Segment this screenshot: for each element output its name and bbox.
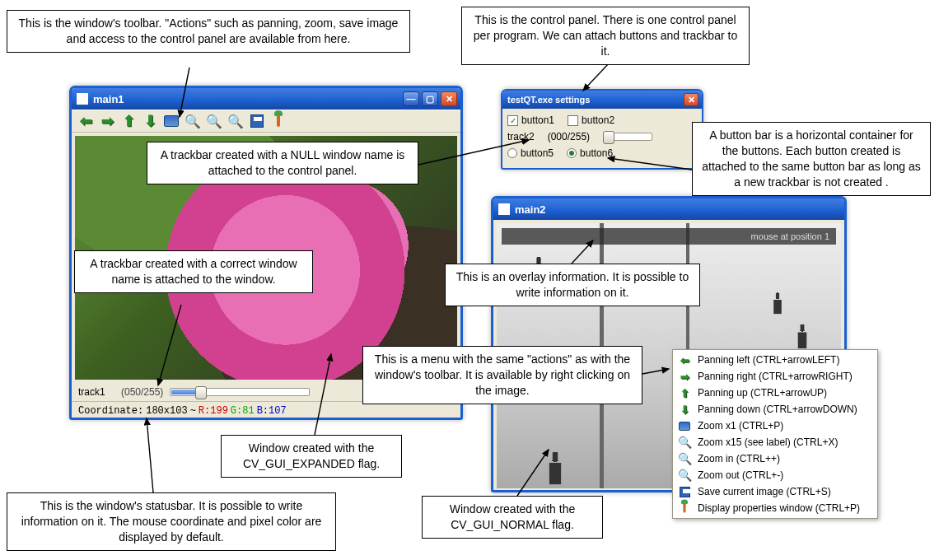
- radio-button6[interactable]: button6: [567, 147, 613, 159]
- titlebar[interactable]: testQT.exe settings ✕: [502, 91, 702, 109]
- app-icon: [77, 93, 88, 105]
- maximize-button[interactable]: ▢: [422, 91, 438, 106]
- callout-expanded: Window created with the CV_GUI_EXPANDED …: [221, 435, 402, 478]
- save-button[interactable]: [248, 112, 266, 130]
- callout-buttonbar: A button bar is a horizontal container f…: [692, 122, 931, 196]
- properties-icon: [678, 502, 691, 515]
- button-bar-2: button5 button6: [507, 145, 697, 161]
- status-G: G:81: [231, 405, 255, 417]
- callout-normal: Window created with the CV_GUI_NORMAL fl…: [422, 496, 603, 539]
- trackbar-slider[interactable]: [170, 388, 310, 396]
- zoom-x1-icon: [678, 419, 691, 432]
- figure-icon: [770, 292, 785, 314]
- titlebar[interactable]: main1 — ▢ ✕: [72, 88, 460, 110]
- status-coord-label: Coordinate:: [78, 405, 143, 417]
- save-icon: [678, 485, 691, 498]
- window-controlpanel: testQT.exe settings ✕ button1 button2 tr…: [501, 89, 703, 170]
- minimize-button[interactable]: —: [403, 91, 419, 106]
- zoom-region-button[interactable]: 🔍: [184, 112, 202, 130]
- properties-button[interactable]: [269, 112, 287, 130]
- figure-icon: [544, 451, 566, 485]
- app-icon: [498, 203, 510, 215]
- callout-trackbar-null: A trackbar created with a NULL window na…: [147, 142, 418, 184]
- radio-icon: [507, 148, 517, 158]
- trackbar-value: (050/255): [121, 386, 163, 398]
- arrow-left-icon: ⬅: [678, 353, 691, 366]
- controlpanel-body: button1 button2 track2 (000/255) button5…: [502, 109, 702, 165]
- menu-item-pan-right[interactable]: ➡Panning right (CTRL+arrowRIGHT): [673, 368, 877, 385]
- callout-overlay: This is an overlay information. It is po…: [445, 264, 700, 306]
- pan-down-button[interactable]: ⬇: [141, 112, 159, 130]
- radio-icon: [567, 148, 577, 158]
- checkbox-button1[interactable]: button1: [507, 114, 554, 126]
- pan-up-button[interactable]: ⬆: [119, 112, 138, 130]
- menu-item-zoom-region[interactable]: 🔍Zoom x15 (see label) (CTRL+X): [673, 434, 877, 450]
- zoom-in-button[interactable]: 🔍: [205, 112, 223, 130]
- close-button[interactable]: ✕: [441, 91, 457, 106]
- close-button[interactable]: ✕: [684, 93, 698, 106]
- trackbar-label: track1: [78, 386, 114, 398]
- window-title: main2: [515, 203, 546, 216]
- zoom-out-button[interactable]: 🔍: [227, 112, 245, 130]
- zoom-out-icon: 🔍: [678, 469, 691, 482]
- pan-right-button[interactable]: ➡: [98, 112, 116, 130]
- titlebar[interactable]: main2: [493, 198, 844, 220]
- status-R: R:199: [199, 405, 228, 417]
- callout-controlpanel: This is the control panel. There is one …: [461, 7, 750, 65]
- menu-item-zoom-x1[interactable]: Zoom x1 (CTRL+P): [673, 418, 877, 434]
- radio-button5[interactable]: button5: [507, 147, 554, 159]
- toolbar: ⬅ ➡ ⬆ ⬇ 🔍 🔍 🔍: [72, 110, 460, 133]
- callout-statusbar: This is the window's statusbar. It is po…: [7, 492, 336, 551]
- arrow-up-icon: ⬆: [678, 386, 691, 399]
- window-title: testQT.exe settings: [507, 95, 590, 105]
- trackbar: track2 (000/255): [507, 128, 697, 145]
- menu-item-zoom-out[interactable]: 🔍Zoom out (CTRL+-): [673, 467, 877, 483]
- trackbar-value: (000/255): [548, 131, 590, 142]
- menu-item-pan-down[interactable]: ⬇Panning down (CTRL+arrowDOWN): [673, 401, 877, 418]
- menu-item-properties[interactable]: Display properties window (CTRL+P): [673, 500, 877, 516]
- checkbox-button2[interactable]: button2: [568, 114, 614, 126]
- svg-line-9: [147, 418, 153, 492]
- menu-item-pan-left[interactable]: ⬅Panning left (CTRL+arrowLEFT): [673, 352, 877, 368]
- zoom-x1-button[interactable]: [162, 112, 180, 130]
- button-bar-1: button1 button2: [507, 112, 697, 128]
- window-title: main1: [93, 93, 124, 105]
- checkbox-icon: [507, 115, 518, 126]
- callout-menu: This is a menu with the same "actions" a…: [362, 346, 642, 404]
- trackbar-slider[interactable]: [603, 133, 652, 141]
- checkbox-icon: [568, 115, 578, 126]
- status-B: B:107: [257, 405, 287, 417]
- menu-item-zoom-in[interactable]: 🔍Zoom in (CTRL++): [673, 450, 877, 467]
- svg-line-1: [583, 63, 610, 91]
- callout-trackbar-named: A trackbar created with a correct window…: [74, 250, 313, 293]
- menu-item-pan-up[interactable]: ⬆Panning up (CTRL+arrowUP): [673, 385, 877, 401]
- zoom-region-icon: 🔍: [678, 436, 691, 449]
- figure-icon: [794, 324, 811, 349]
- trackbar-label: track2: [507, 131, 535, 142]
- overlay-text: mouse at position 1: [751, 231, 829, 241]
- pan-left-button[interactable]: ⬅: [77, 112, 95, 130]
- arrow-right-icon: ➡: [678, 370, 691, 383]
- arrow-down-icon: ⬇: [678, 403, 691, 416]
- zoom-in-icon: 🔍: [678, 452, 691, 465]
- callout-toolbar: This is the window's toolbar. "Actions" …: [7, 10, 410, 53]
- status-coord: 180x103: [146, 405, 187, 417]
- status-sep: ~: [190, 405, 196, 417]
- overlay-bar: mouse at position 1: [502, 228, 836, 245]
- menu-item-save[interactable]: Save current image (CTRL+S): [673, 483, 877, 500]
- context-menu: ⬅Panning left (CTRL+arrowLEFT) ➡Panning …: [672, 349, 878, 519]
